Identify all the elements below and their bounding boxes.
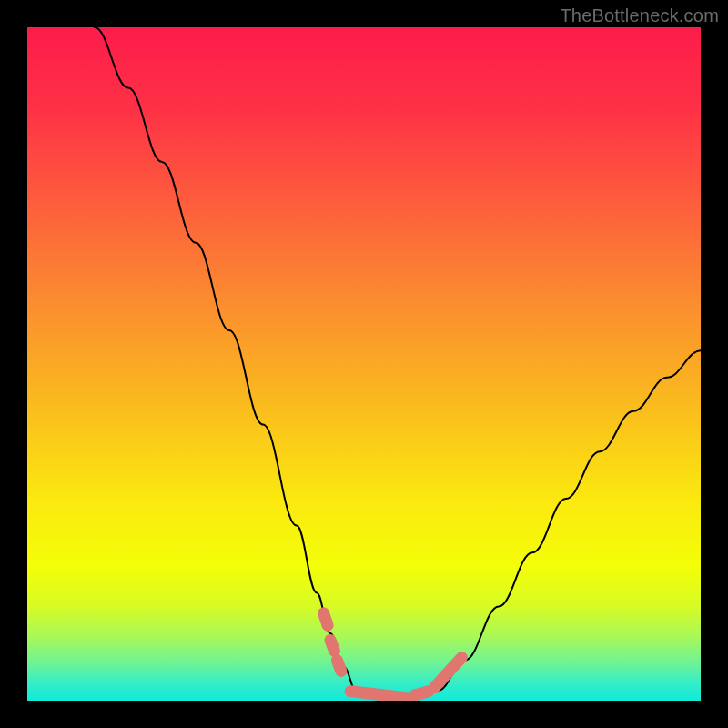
watermark-text: TheBottleneck.com <box>560 5 719 26</box>
marker-pill-4 <box>415 692 430 695</box>
gradient-background <box>27 27 701 701</box>
chart-stage: TheBottleneck.com <box>0 0 728 728</box>
marker-pill-2 <box>337 661 340 672</box>
marker-pill-1 <box>330 640 334 651</box>
marker-pill-0 <box>324 613 328 625</box>
marker-pill-3 <box>350 692 408 698</box>
bottleneck-chart <box>0 0 728 728</box>
